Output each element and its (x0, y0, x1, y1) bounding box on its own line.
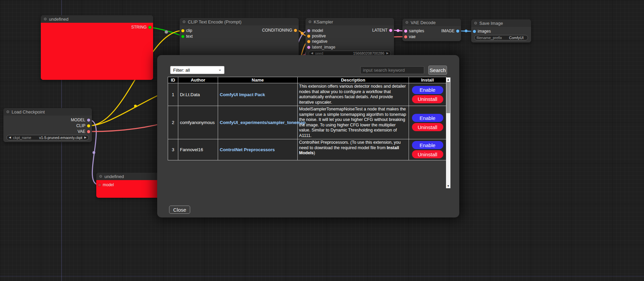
node-vae-decode[interactable]: VAE Decode samples vae IMAGE (402, 19, 461, 41)
node-title: Save Image (479, 21, 503, 26)
output-slot-string: STRING (131, 25, 153, 30)
node-header: undefined (41, 15, 153, 23)
comfyui-manager-dialog: Filter: all ⌄ Search IDAuthorNameDescrip… (157, 55, 459, 217)
slot-label: vae (409, 34, 415, 39)
cell-id: 1 (168, 83, 178, 106)
link-midpoint-dot (93, 151, 95, 154)
uninstall-button[interactable]: Uninstall (412, 150, 443, 158)
input-port-text[interactable] (181, 35, 184, 38)
input-slot-model: model (306, 28, 323, 33)
table-row: 2comfyanonymousComfyUI_experiments/sampl… (168, 106, 446, 139)
widget-label: filename_prefix (477, 36, 502, 40)
collapse-dot[interactable] (99, 175, 102, 178)
collapse-dot[interactable] (309, 20, 311, 23)
column-header: Install (409, 77, 446, 83)
cell-name: ComfyUI Impact Pack (218, 83, 298, 106)
decrement-icon[interactable]: ◀ (9, 135, 11, 140)
output-slot-latent: LATENT (372, 28, 394, 33)
cell-author: Dr.Lt.Data (178, 83, 218, 106)
filter-select-wrap: Filter: all ⌄ (170, 66, 225, 74)
extension-link[interactable]: ComfyUI Impact Pack (220, 92, 265, 97)
node-load-checkpoint[interactable]: Load Checkpoint MODEL CLIP VAE ◀ ckpt_na… (3, 108, 92, 142)
input-port-vae[interactable] (404, 35, 407, 38)
extension-link[interactable]: ComfyUI_experiments/sampler_tonemap (220, 120, 306, 125)
output-slot-clip: CLIP (76, 123, 92, 128)
extension-table-body: 1Dr.Lt.DataComfyUI Impact PackThis exten… (168, 83, 446, 160)
extension-link[interactable]: ControlNet Preprocessors (220, 147, 275, 152)
table-row: 3Fannovel16ControlNet PreprocessorsContr… (168, 139, 446, 160)
uninstall-button[interactable]: Uninstall (412, 123, 443, 131)
column-header: Description (298, 77, 409, 83)
extension-table: IDAuthorNameDescriptionInstall 1Dr.Lt.Da… (168, 77, 446, 160)
output-port-string[interactable] (148, 26, 151, 29)
output-port-latent[interactable] (389, 29, 392, 32)
output-port-model[interactable] (87, 119, 90, 122)
input-port-negative[interactable] (307, 40, 310, 43)
filter-select[interactable]: Filter: all (170, 66, 225, 74)
link-midpoint-dot (397, 29, 399, 32)
filename-prefix-widget[interactable]: filename_prefix ComfyUI (474, 35, 528, 40)
input-port-clip[interactable] (181, 29, 184, 32)
slot-label: MODEL (71, 118, 85, 122)
collapse-dot[interactable] (6, 110, 9, 113)
node-title: Load Checkpoint (12, 109, 45, 115)
scrollbar-thumb[interactable] (446, 82, 450, 113)
node-undefined-top[interactable]: undefined STRING (41, 15, 153, 80)
cell-description: This extension offers various detector n… (298, 83, 409, 106)
table-row: 1Dr.Lt.DataComfyUI Impact PackThis exten… (168, 83, 446, 106)
increment-icon[interactable]: ▶ (84, 135, 86, 140)
slot-label: samples (409, 29, 424, 33)
input-port-latent-image[interactable] (307, 46, 310, 49)
node-graph-canvas[interactable]: undefined STRING CLIP Text Encode (Promp… (0, 0, 644, 281)
search-input[interactable] (360, 66, 424, 74)
uninstall-button[interactable]: Uninstall (412, 95, 443, 103)
close-button[interactable]: Close (169, 206, 190, 214)
output-port-conditioning[interactable] (294, 29, 297, 32)
slot-label: VAE (78, 129, 85, 134)
node-save-image[interactable]: Save Image images filename_prefix ComfyU… (471, 19, 531, 42)
input-port-model[interactable] (98, 183, 101, 187)
cell-install: EnableUninstall (409, 139, 446, 160)
node-body: STRING (41, 23, 153, 80)
input-slot-positive: positive (306, 34, 326, 38)
output-slot-image: IMAGE (441, 29, 461, 33)
scrollbar[interactable]: ▲ ▼ (446, 77, 450, 188)
input-port-samples[interactable] (404, 30, 407, 33)
scroll-down-icon[interactable]: ▼ (446, 184, 450, 188)
output-port-image[interactable] (456, 30, 459, 33)
slot-label: clip (186, 28, 192, 33)
output-port-vae[interactable] (87, 130, 90, 133)
enable-button[interactable]: Enable (412, 141, 443, 149)
slot-label: CONDITIONING (262, 28, 292, 33)
link-midpoint-dot (301, 32, 303, 35)
input-port-images[interactable] (473, 30, 476, 33)
node-title: CLIP Text Encode (Prompt) (188, 19, 242, 24)
slot-label: images (478, 29, 491, 34)
input-slot-clip: clip (180, 28, 192, 33)
slot-label: CLIP (76, 123, 85, 128)
collapse-dot[interactable] (44, 18, 47, 20)
node-body: MODEL CLIP VAE ◀ ckpt_name v1-5-pruned-e… (3, 116, 92, 142)
cell-id: 3 (168, 139, 178, 160)
search-button[interactable]: Search (428, 66, 447, 75)
input-port-model[interactable] (307, 29, 310, 32)
collapse-dot[interactable] (406, 21, 408, 24)
enable-button[interactable]: Enable (412, 86, 443, 94)
cell-name: ControlNet Preprocessors (218, 139, 298, 160)
node-header: Save Image (471, 19, 531, 27)
column-header: Name (218, 77, 298, 83)
node-body: samples vae IMAGE (402, 26, 461, 41)
input-port-positive[interactable] (307, 35, 310, 38)
enable-button[interactable]: Enable (412, 114, 443, 122)
reroute-dot[interactable] (165, 30, 168, 34)
node-title: undefined (104, 174, 124, 179)
input-slot-vae: vae (402, 34, 415, 39)
collapse-dot[interactable] (183, 20, 185, 23)
node-header: Load Checkpoint (3, 108, 92, 116)
scroll-up-icon[interactable]: ▲ (446, 77, 450, 82)
collapse-dot[interactable] (474, 22, 477, 24)
ckpt-name-widget[interactable]: ◀ ckpt_name v1-5-pruned-emaonly.ckpt ▶ (6, 135, 89, 140)
node-title: KSampler (314, 19, 333, 24)
output-port-clip[interactable] (87, 124, 90, 127)
slot-label: text (186, 34, 193, 39)
